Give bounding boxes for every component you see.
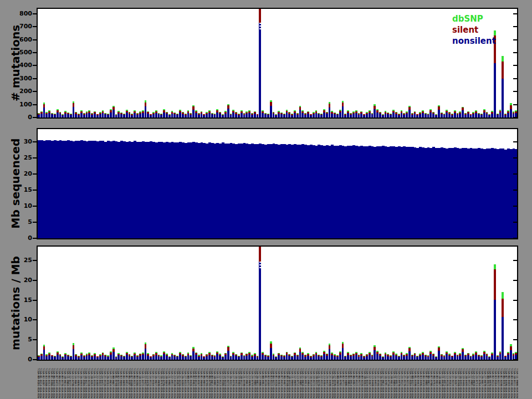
silent-segment [259,9,261,23]
sample-bar [443,247,446,360]
y-tick-label: 500 [7,49,32,57]
sample-bar [179,9,181,117]
axis-overflow-dashes [259,262,261,268]
legend: dbSNP silent nonsilent [452,13,496,47]
nonsilent-segment [414,114,416,117]
y-tick-mark [513,141,517,142]
nonsilent-segment [326,114,328,117]
nonsilent-segment [64,355,66,360]
y-tick-mark [513,26,517,27]
nonsilent-segment [475,113,477,117]
silent-segment [270,102,272,106]
nonsilent-segment [502,317,504,360]
nonsilent-segment [459,114,461,117]
nonsilent-segment [369,355,371,360]
sample-bar [513,9,515,117]
sample-bar [296,247,299,360]
sample-bar [120,247,122,360]
sample-bar [224,247,227,360]
sample-bar [411,247,413,360]
nonsilent-segment [142,355,144,360]
sample-bar [123,247,125,360]
sample-bar [358,247,360,360]
sample-bar [185,9,187,117]
y-tick-mark [33,190,37,191]
sample-bar [139,9,141,117]
sample-bar [232,247,234,360]
nonsilent-segment [179,112,181,117]
sample-bar [219,247,221,360]
sample-bar [238,247,240,360]
sample-bar [147,9,149,117]
sample-bar [438,9,440,117]
y-tick-mark [513,238,517,239]
sample-bar [488,247,490,360]
sample-bar [245,247,248,360]
sample-bar [342,9,344,117]
nonsilent-segment [136,115,139,117]
sample-bar [376,247,378,360]
nonsilent-segment [75,356,77,360]
nonsilent-segment [374,109,376,117]
nonsilent-segment [334,356,336,360]
sample-bar [355,247,357,360]
nonsilent-segment [296,115,299,117]
nonsilent-segment [358,115,360,117]
nonsilent-segment [406,356,408,360]
sample-bar [75,247,77,360]
sample-bar [310,247,312,360]
nonsilent-segment [390,357,392,360]
silent-segment [73,103,75,107]
sample-bar [313,9,315,117]
nonsilent-segment [182,356,184,360]
nonsilent-segment [216,354,218,360]
nonsilent-segment [67,356,69,360]
nonsilent-segment [219,114,221,117]
nonsilent-segment [446,112,448,117]
silent-segment [502,299,504,317]
sample-bar [216,247,218,360]
sample-bar [352,9,355,117]
nonsilent-segment [379,114,381,117]
sample-bar [241,9,243,117]
nonsilent-segment [387,114,389,117]
nonsilent-segment [176,357,178,360]
nonsilent-segment [150,115,152,117]
nonsilent-segment [262,355,264,360]
sample-bar [257,9,259,117]
sample-bar [392,9,395,117]
nonsilent-segment [480,115,483,117]
sample-bar [515,9,517,117]
y-tick-mark [513,339,517,340]
nonsilent-segment [401,113,403,117]
nonsilent-segment [43,350,45,360]
nonsilent-segment [443,357,446,360]
nonsilent-segment [435,357,437,360]
sample-bar [369,247,371,360]
sample-bar [38,9,40,117]
nonsilent-segment [115,357,117,360]
nonsilent-segment [459,356,461,360]
sample-bar [416,9,418,117]
nonsilent-segment [176,115,178,117]
sample-bar [369,9,371,117]
sample-bar [248,9,250,117]
sample-bar [75,9,77,117]
nonsilent-segment [195,355,197,360]
nonsilent-segment [245,114,248,117]
sample-bar [267,9,269,117]
x-tick-label: TCGA-11-0608-01A-01W-0205-08 [515,368,518,399]
sample-bar [219,9,221,117]
nonsilent-segment [283,357,285,360]
sample-bar [40,9,43,117]
sample-bar [379,9,381,117]
sample-bar [78,247,80,360]
sample-bar [262,247,264,360]
sample-bar [395,9,397,117]
sample-bar [502,247,504,360]
sample-bar [398,9,400,117]
y-tick-label: 200 [7,88,32,95]
nonsilent-segment [70,115,72,117]
sample-bar [278,9,280,117]
sample-bar [280,9,283,117]
